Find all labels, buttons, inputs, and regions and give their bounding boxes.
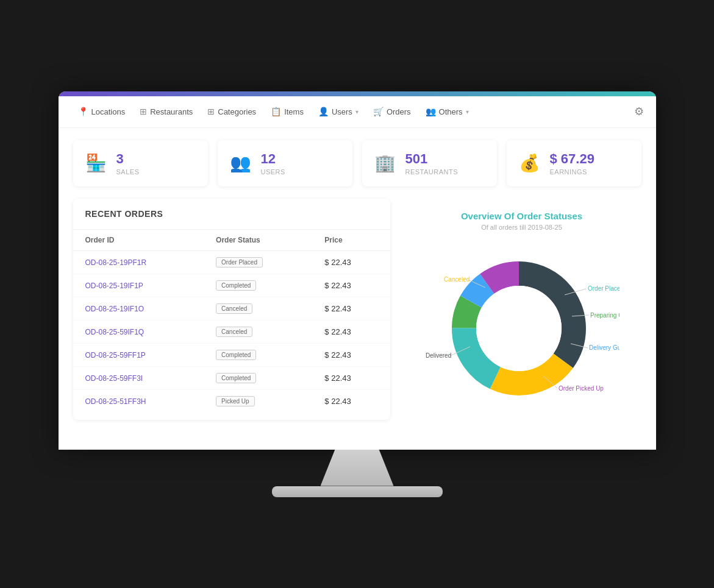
order-id-link[interactable]: OD-08-25-51FF3H	[85, 397, 146, 406]
sales-icon: 🏪	[85, 153, 107, 173]
stat-info-restaurants: 501 RESTAURANTS	[405, 151, 459, 175]
stat-info-sales: 3 SALES	[116, 151, 140, 175]
users-stat-icon: 👥	[230, 153, 251, 173]
stat-card-sales: 🏪 3 SALES	[73, 140, 208, 186]
table-row: OD-08-25-59FF3I Completed $ 22.43	[73, 366, 390, 389]
categories-icon: ⊞	[207, 107, 215, 116]
table-row: OD-08-25-19IF1P Completed $ 22.43	[73, 274, 390, 297]
svg-text:Delivered: Delivered	[426, 352, 451, 359]
svg-text:Order Picked Up: Order Picked Up	[559, 385, 604, 392]
stat-label-restaurants: RESTAURANTS	[405, 168, 459, 175]
status-badge: Order Placed	[216, 257, 263, 267]
status-badge: Picked Up	[216, 396, 255, 406]
table-row: OD-08-25-19IF1O Canceled $ 22.43	[73, 297, 390, 320]
price-cell: $ 22.43	[312, 320, 390, 343]
stat-label-sales: SALES	[116, 168, 140, 175]
nav-item-users[interactable]: 👤 Users ▾	[311, 96, 366, 127]
price-cell: $ 22.43	[312, 366, 390, 389]
orders-icon: 🛒	[373, 107, 384, 116]
nav-item-orders[interactable]: 🛒 Orders	[366, 96, 418, 127]
stat-value-sales: 3	[116, 151, 140, 167]
price-cell: $ 22.43	[312, 274, 390, 297]
app-container: 📍 Locations ⊞ Restaurants ⊞ Categories 📋…	[59, 96, 656, 450]
order-id-link[interactable]: OD-08-25-59FF1P	[85, 351, 146, 360]
table-row: OD-08-25-51FF3H Picked Up $ 22.43	[73, 389, 390, 413]
monitor-stand-neck	[321, 450, 394, 486]
others-chevron-icon: ▾	[466, 108, 469, 115]
price-cell: $ 22.43	[312, 250, 390, 274]
nav-item-items[interactable]: 📋 Items	[263, 96, 311, 127]
order-id-link[interactable]: OD-08-25-19PF1R	[85, 258, 147, 267]
users-chevron-icon: ▾	[355, 108, 359, 115]
price-cell: $ 22.43	[312, 297, 390, 320]
orders-table: Order ID Order Status Price OD-08-25-19P…	[73, 230, 390, 413]
order-id-link[interactable]: OD-08-25-59IF1Q	[85, 328, 145, 336]
stat-card-earnings: 💰 $ 67.29 EARNINGS	[507, 140, 641, 186]
settings-icon: ⚙	[634, 105, 644, 118]
stat-value-users: 12	[261, 151, 285, 167]
nav-label-items: Items	[284, 107, 304, 116]
monitor-screen: 📍 Locations ⊞ Restaurants ⊞ Categories 📋…	[59, 91, 656, 450]
donut-chart-svg: Order Placed Preparing O Delivery Guy Or…	[424, 243, 619, 414]
orders-panel: RECENT ORDERS Order ID Order Status Pric…	[73, 199, 390, 420]
svg-text:Canceled: Canceled	[444, 276, 469, 283]
stat-info-users: 12 USERS	[261, 151, 285, 175]
status-badge: Canceled	[216, 303, 252, 314]
col-order-id: Order ID	[73, 230, 204, 251]
order-id-link[interactable]: OD-08-25-19IF1O	[85, 305, 145, 313]
chart-subtitle: Of all orders till 2019-08-25	[409, 224, 635, 231]
location-icon: 📍	[78, 107, 88, 116]
orders-tbody: OD-08-25-19PF1R Order Placed $ 22.43 OD-…	[73, 250, 390, 413]
col-price: Price	[312, 230, 390, 251]
order-id-link[interactable]: OD-08-25-19IF1P	[85, 282, 143, 290]
svg-point-6	[476, 286, 562, 371]
others-icon: 👥	[426, 107, 436, 116]
nav-item-locations[interactable]: 📍 Locations	[71, 96, 133, 127]
chart-title: Overview Of Order Statuses	[409, 211, 635, 221]
status-badge: Canceled	[216, 327, 252, 337]
stat-value-earnings: $ 67.29	[550, 151, 594, 167]
nav-label-others: Others	[439, 107, 463, 116]
donut-chart-container: Order Placed Preparing O Delivery Guy Or…	[424, 243, 619, 414]
items-icon: 📋	[271, 107, 281, 116]
status-badge: Completed	[216, 280, 256, 291]
order-id-link[interactable]: OD-08-25-59FF3I	[85, 374, 143, 383]
stat-label-earnings: EARNINGS	[550, 168, 594, 175]
svg-text:Delivery Guy: Delivery Guy	[589, 344, 619, 351]
nav-label-restaurants: Restaurants	[150, 107, 193, 116]
main-content: RECENT ORDERS Order ID Order Status Pric…	[59, 199, 656, 434]
stats-row: 🏪 3 SALES 👥 12 USERS 🏢 501	[59, 128, 656, 199]
nav-label-orders: Orders	[387, 107, 411, 116]
svg-text:Preparing O: Preparing O	[590, 312, 619, 319]
navbar: 📍 Locations ⊞ Restaurants ⊞ Categories 📋…	[59, 96, 656, 128]
table-row: OD-08-25-19PF1R Order Placed $ 22.43	[73, 250, 390, 274]
nav-item-restaurants[interactable]: ⊞ Restaurants	[132, 96, 200, 127]
price-cell: $ 22.43	[312, 389, 390, 413]
table-row: OD-08-25-59IF1Q Canceled $ 22.43	[73, 320, 390, 343]
svg-text:Order Placed: Order Placed	[588, 285, 619, 292]
stat-info-earnings: $ 67.29 EARNINGS	[550, 151, 594, 175]
monitor-stand-base	[272, 486, 443, 497]
status-badge: Completed	[216, 373, 256, 383]
nav-item-others[interactable]: 👥 Others ▾	[418, 96, 476, 127]
restaurant-icon: ⊞	[140, 107, 147, 116]
table-row: OD-08-25-59FF1P Completed $ 22.43	[73, 343, 390, 366]
chart-panel: Overview Of Order Statuses Of all orders…	[390, 199, 641, 420]
nav-item-categories[interactable]: ⊞ Categories	[200, 96, 263, 127]
users-icon: 👤	[318, 107, 329, 116]
stat-label-users: USERS	[261, 168, 285, 175]
orders-header: RECENT ORDERS	[73, 199, 390, 230]
stat-card-users: 👥 12 USERS	[218, 140, 352, 186]
nav-label-categories: Categories	[218, 107, 256, 116]
monitor-wrapper: 📍 Locations ⊞ Restaurants ⊞ Categories 📋…	[59, 91, 656, 497]
settings-button[interactable]: ⚙	[634, 105, 644, 118]
orders-title: RECENT ORDERS	[85, 209, 163, 219]
status-badge: Completed	[216, 350, 256, 360]
table-header-row: Order ID Order Status Price	[73, 230, 390, 251]
price-cell: $ 22.43	[312, 343, 390, 366]
stat-card-restaurants: 🏢 501 RESTAURANTS	[362, 140, 497, 186]
nav-label-users: Users	[332, 107, 352, 116]
nav-label-locations: Locations	[91, 107, 126, 116]
stat-value-restaurants: 501	[405, 151, 459, 167]
earnings-stat-icon: 💰	[519, 153, 540, 173]
